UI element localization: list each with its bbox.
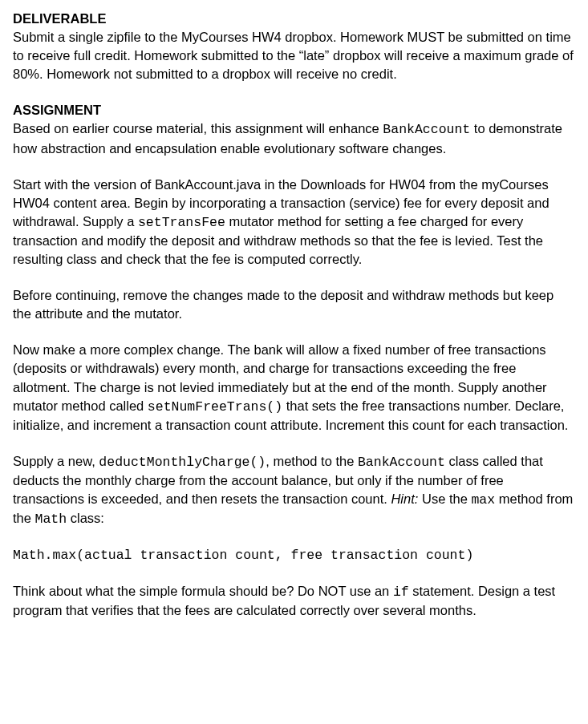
p5-code-bankaccount: BankAccount — [358, 455, 445, 470]
p5-hint-label: Hint: — [391, 491, 418, 506]
assignment-p3: Before continuing, remove the changes ma… — [13, 286, 575, 323]
assignment-heading: ASSIGNMENT — [13, 101, 575, 119]
assignment-p2: Start with the version of BankAccount.ja… — [13, 176, 575, 269]
code-example-line: Math.max(actual transaction count, free … — [13, 546, 575, 564]
assignment-p4: Now make a more complex change. The bank… — [13, 341, 575, 434]
p5-code-deductmonthlycharge: deductMonthlyCharge() — [99, 455, 266, 470]
p5-text-a: Supply a new, — [13, 454, 99, 468]
p6-code-if: if — [393, 584, 409, 600]
assignment-p5: Supply a new, deductMonthlyCharge(), met… — [13, 452, 575, 528]
assignment-p1: Based on earlier course material, this a… — [13, 119, 575, 157]
p5-text-f: class: — [67, 511, 104, 525]
p1-code-bankaccount: BankAccount — [383, 122, 470, 137]
assignment-p6: Think about what the simple formula shou… — [13, 582, 575, 620]
deliverable-section: DELIVERABLE Submit a single zipfile to t… — [13, 10, 575, 83]
deliverable-text: Submit a single zipfile to the MyCourses… — [13, 28, 575, 83]
assignment-section: ASSIGNMENT Based on earlier course mater… — [13, 101, 575, 620]
p1-text-a: Based on earlier course material, this a… — [13, 121, 383, 135]
deliverable-heading: DELIVERABLE — [13, 10, 575, 28]
p5-code-max: max — [471, 492, 495, 508]
p5-text-d: Use the — [418, 491, 471, 506]
p5-code-math: Math — [35, 512, 67, 527]
p6-text-a: Think about what the simple formula shou… — [13, 584, 393, 598]
p2-code-settransfee: setTransFee — [138, 215, 225, 230]
p5-text-b: , method to the — [266, 454, 358, 468]
p4-code-setnumfreetrans: setNumFreeTrans() — [148, 399, 282, 415]
